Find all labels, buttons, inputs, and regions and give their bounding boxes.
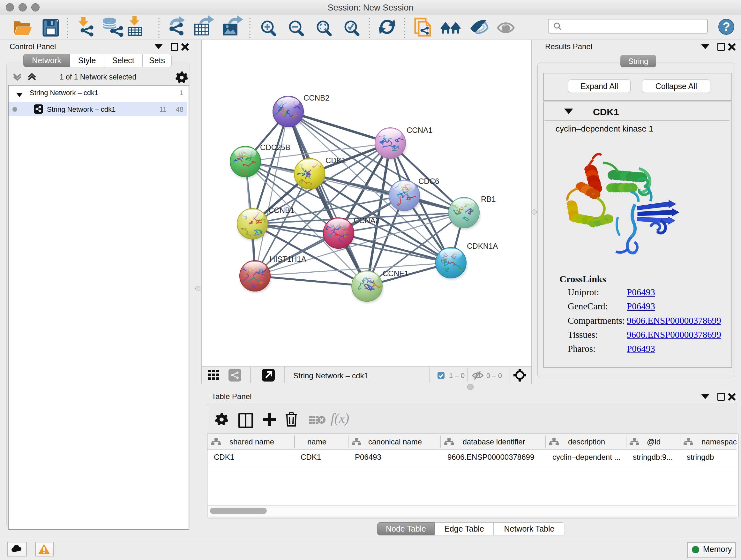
svg-text:CDC6: CDC6 bbox=[418, 177, 439, 186]
svg-text:CCNB1: CCNB1 bbox=[268, 206, 294, 214]
svg-text:?: ? bbox=[723, 20, 730, 34]
svg-text:CCNA2: CCNA2 bbox=[354, 216, 380, 225]
svg-text:CCNE1: CCNE1 bbox=[383, 269, 408, 278]
svg-text:CDK1: CDK1 bbox=[326, 156, 346, 165]
svg-text:CDKN1A: CDKN1A bbox=[467, 242, 498, 250]
svg-text:HIST1H1A: HIST1H1A bbox=[270, 255, 307, 263]
svg-text:CCNB2: CCNB2 bbox=[304, 94, 329, 102]
svg-text:CDC25B: CDC25B bbox=[260, 143, 290, 152]
svg-text:CCNA1: CCNA1 bbox=[407, 126, 432, 134]
svg-text:RB1: RB1 bbox=[481, 195, 496, 203]
